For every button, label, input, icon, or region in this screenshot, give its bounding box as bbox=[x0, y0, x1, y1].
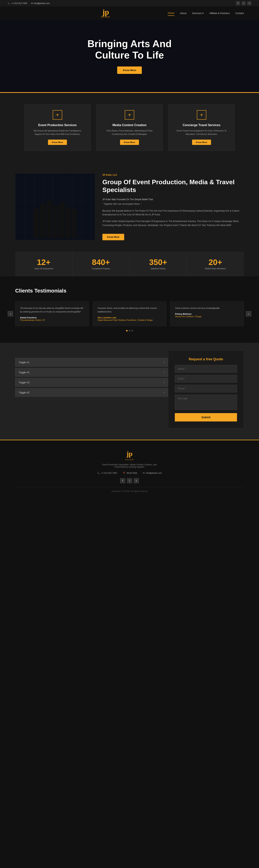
footer-facebook-icon[interactable]: f bbox=[120, 478, 125, 484]
faq-item-2[interactable]: Toggle #2 › bbox=[15, 368, 168, 377]
dot-2[interactable] bbox=[129, 330, 130, 332]
footer-location-icon: 📍 bbox=[123, 472, 125, 474]
dot-1[interactable] bbox=[126, 330, 127, 332]
footer-copyright: Copyrights © JP Koler; All Rights Reserv… bbox=[15, 487, 244, 492]
about-heading: Group Of Event Production, Media & Trave… bbox=[102, 178, 244, 194]
quote-name-input[interactable] bbox=[175, 365, 237, 373]
top-bar-social: f i t bbox=[236, 1, 251, 5]
quote-phone-input[interactable] bbox=[175, 385, 237, 393]
hero-cta-button[interactable]: Know More bbox=[117, 66, 142, 74]
footer: jp KOLER Event Production Specialists, M… bbox=[0, 440, 259, 496]
testimonial-card-3: Great customer service and very knowledg… bbox=[170, 302, 244, 326]
faq-arrow-4: › bbox=[163, 391, 164, 394]
logo-text: jp bbox=[101, 8, 110, 16]
faq-arrow-2: › bbox=[163, 371, 164, 374]
services-section: ✈ Event Production Services We Ensure Al… bbox=[0, 93, 259, 162]
hero-heading: Bringing Arts And Culture To Life bbox=[87, 38, 172, 61]
faq-item-3[interactable]: Toggle #2 › bbox=[15, 378, 168, 387]
dropdown-arrow-icon: ▾ bbox=[202, 12, 204, 14]
dot-3[interactable] bbox=[132, 330, 133, 332]
footer-contact: 📞 +1-312-912-7502 📍 World Wide ✉ info@jp… bbox=[15, 472, 244, 474]
testimonial-author-2: Aba LukeAba Luke bbox=[98, 316, 161, 319]
stat-projects: 840+ Completed Projects bbox=[72, 252, 130, 276]
testimonial-card-2: Focused, driven, and excellent at delive… bbox=[93, 302, 166, 326]
testimonial-text-2: Focused, driven, and excellent at delive… bbox=[98, 306, 161, 313]
facebook-icon[interactable]: f bbox=[236, 1, 240, 5]
faq-area: Toggle #1 › Toggle #2 › Toggle #2 › Togg… bbox=[15, 354, 168, 428]
logo-sub: KOLER bbox=[101, 16, 110, 18]
testimonial-text-3: Great customer service and very knowledg… bbox=[175, 306, 239, 310]
testimonials-section: Clients Testimonials ‹ The best part of … bbox=[0, 276, 259, 343]
stat-label-1: Years Of Experience bbox=[19, 268, 68, 270]
stat-team: 20+ Skilled Team Members bbox=[187, 252, 244, 276]
footer-logo: jp bbox=[15, 450, 244, 458]
quote-form: Request a free Quote Submit bbox=[168, 350, 244, 428]
testimonials-container: ‹ The best part of our trip was what our… bbox=[15, 302, 244, 326]
service-cta-2[interactable]: Know More bbox=[120, 140, 139, 145]
email-icon: ✉ bbox=[31, 2, 33, 5]
service-cta-3[interactable]: Know More bbox=[192, 140, 211, 145]
service-title-3: Concierge Travel Services bbox=[174, 123, 229, 127]
service-desc-2: Pitch Decks, Press Releases, Advertising… bbox=[102, 129, 157, 136]
about-cta-button[interactable]: Know More bbox=[102, 234, 124, 240]
stat-experience: 12+ Years Of Experience bbox=[15, 252, 72, 276]
testimonial-dots bbox=[15, 330, 244, 332]
nav-services[interactable]: Services ▾ bbox=[192, 11, 204, 16]
footer-phone-icon: 📞 bbox=[97, 472, 100, 474]
logo: jp KOLER bbox=[101, 8, 110, 18]
about-para2: JP Koler Holds Global Expertise From Dec… bbox=[102, 219, 244, 227]
quote-form-title: Request a free Quote bbox=[175, 357, 237, 361]
top-bar: 📞 +1-312-912-7502 ✉ info@jpkoler.com f i… bbox=[0, 0, 259, 6]
nav-contact[interactable]: Contact bbox=[235, 11, 244, 16]
testimonial-card-1: The best part of our trip was what our t… bbox=[15, 302, 89, 326]
main-nav: Home About Services ▾ Affiliate & Partne… bbox=[168, 11, 244, 16]
service-icon-2: ✈ bbox=[125, 110, 134, 120]
testimonial-role-2: Digital Media and Public Relations Pract… bbox=[98, 319, 161, 321]
email-info: ✉ info@jpkoler.com bbox=[31, 2, 50, 5]
twitter-icon[interactable]: t bbox=[247, 1, 251, 5]
footer-twitter-icon[interactable]: t bbox=[134, 478, 139, 484]
testimonial-role-3: Sacred Fire Creations, Chicago bbox=[175, 315, 239, 317]
quote-submit-button[interactable]: Submit bbox=[175, 413, 237, 422]
nav-affiliate[interactable]: Affiliate & Partners bbox=[209, 11, 230, 16]
stat-label-2: Completed Projects bbox=[76, 268, 126, 270]
quote-message-input[interactable] bbox=[175, 395, 237, 410]
stat-label-4: Skilled Team Members bbox=[191, 268, 240, 270]
nav-about[interactable]: About bbox=[180, 11, 186, 16]
testimonials-next-button[interactable]: › bbox=[246, 311, 251, 317]
service-icon-3: ✈ bbox=[197, 110, 206, 120]
testimonials-title: Clients Testimonials bbox=[15, 288, 244, 294]
stat-label-3: Satisfied Clients bbox=[134, 268, 183, 270]
hero-section: Bringing Arts And Culture To Life Know M… bbox=[0, 20, 259, 92]
service-desc-3: Event Travel From Equipment To Crew, Per… bbox=[174, 129, 229, 136]
footer-instagram-icon[interactable]: i bbox=[127, 478, 132, 484]
footer-logo-sub: KOLER bbox=[15, 459, 244, 461]
top-bar-left: 📞 +1-312-912-7502 ✉ info@jpkoler.com bbox=[8, 2, 50, 5]
about-tagline: " Together We Can Accomplish More. " bbox=[102, 202, 244, 206]
phone-info: 📞 +1-312-912-7502 bbox=[8, 2, 27, 5]
testimonial-author-1: Kamia Funchess bbox=[20, 316, 84, 319]
service-cta-1[interactable]: Know More bbox=[48, 140, 67, 145]
footer-phone: 📞 +1-312-912-7502 bbox=[97, 472, 117, 474]
footer-social: f i t bbox=[15, 478, 244, 484]
quote-email-input[interactable] bbox=[175, 375, 237, 382]
faq-arrow-1: › bbox=[163, 361, 164, 364]
instagram-icon[interactable]: i bbox=[242, 1, 246, 5]
hero-content: Bringing Arts And Culture To Life Know M… bbox=[87, 38, 172, 74]
about-image bbox=[15, 174, 95, 240]
testimonial-author-3: Petrina McKimor bbox=[175, 313, 239, 315]
faq-item-1[interactable]: Toggle #1 › bbox=[15, 358, 168, 367]
stat-number-1: 12+ bbox=[19, 258, 68, 266]
service-icon-1: ✈ bbox=[53, 110, 62, 120]
footer-location: 📍 World Wide bbox=[123, 472, 137, 474]
stats-section: 12+ Years Of Experience 840+ Completed P… bbox=[0, 252, 259, 276]
stat-number-2: 840+ bbox=[76, 258, 126, 266]
testimonials-prev-button[interactable]: ‹ bbox=[8, 311, 13, 317]
faq-items: Toggle #1 › Toggle #2 › Toggle #2 › Togg… bbox=[15, 358, 168, 397]
footer-tagline: Event Production Specialists, Media Cont… bbox=[101, 463, 158, 468]
nav-home[interactable]: Home bbox=[168, 11, 175, 16]
service-card-1: ✈ Event Production Services We Ensure Al… bbox=[24, 104, 90, 151]
quote-section: Toggle #1 › Toggle #2 › Toggle #2 › Togg… bbox=[0, 343, 259, 440]
about-section: JP Koler, LLC Group Of Event Production,… bbox=[0, 162, 259, 252]
faq-item-4[interactable]: Toggle #2 › bbox=[15, 388, 168, 397]
